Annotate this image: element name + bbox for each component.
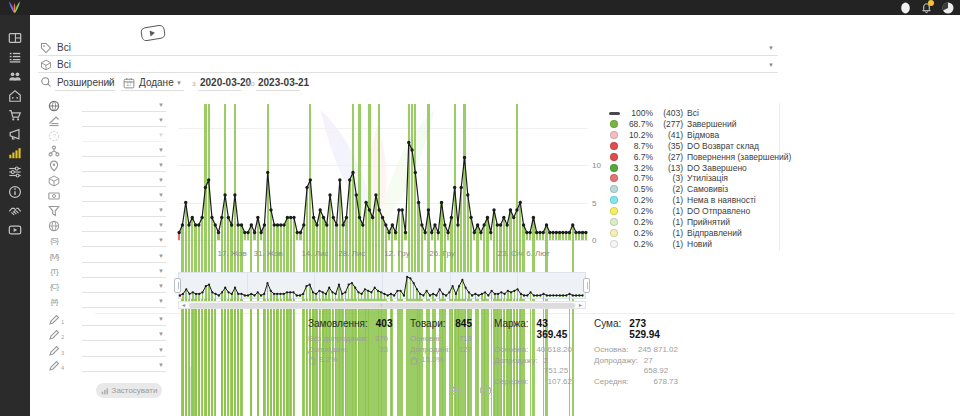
chevron-down-icon[interactable]: ▼ bbox=[176, 80, 182, 86]
brush-handle-left[interactable] bbox=[174, 278, 181, 293]
legend-item[interactable]: 100%(403)Всі bbox=[610, 108, 791, 119]
account-icon[interactable] bbox=[942, 2, 954, 14]
filter-select-9[interactable] bbox=[82, 220, 166, 232]
stat-footer: 8.2% bbox=[308, 355, 388, 366]
chevron-down-icon: ▼ bbox=[158, 237, 164, 243]
sidebar-item-store[interactable] bbox=[8, 89, 22, 103]
app-logo[interactable] bbox=[6, 0, 23, 15]
filter-select-11[interactable] bbox=[82, 251, 166, 263]
chart-scrollbar[interactable]: ◄ ≡ ► bbox=[178, 301, 586, 309]
legend-item[interactable]: 68.7%(277)Завершений bbox=[610, 119, 791, 130]
sidebar-item-megaphone[interactable] bbox=[8, 127, 22, 141]
pencil-index: 3 bbox=[61, 347, 63, 359]
legend-item[interactable]: 3.2%(13)DO Завершено bbox=[610, 162, 791, 173]
sidebar-item-cart[interactable] bbox=[8, 108, 22, 122]
bar-segment bbox=[273, 294, 275, 416]
stat-column: Товари:845Основні:718Допродані:12715.0% bbox=[410, 318, 472, 387]
video-filter-icon[interactable] bbox=[140, 24, 166, 42]
brush-handle-right[interactable] bbox=[583, 278, 590, 293]
chevron-down-icon: ▼ bbox=[158, 192, 164, 198]
filter-select-1[interactable] bbox=[82, 100, 166, 112]
sidebar-item-statistics[interactable] bbox=[8, 146, 22, 160]
stat-sublabel: Без допродажів: bbox=[308, 334, 368, 345]
legend-percent: 0.7% bbox=[623, 173, 653, 183]
legend-item[interactable]: 6.7%(27)Повернення (завершений) bbox=[610, 151, 791, 162]
filter-select-16[interactable] bbox=[82, 329, 166, 341]
legend-item[interactable]: 0.2%(1)DO Отправлено bbox=[610, 206, 791, 217]
stat-header: Сума:273 529.94 bbox=[594, 318, 678, 340]
pencil-icon: 1 bbox=[48, 314, 60, 326]
date-field-select[interactable]: Додане bbox=[139, 77, 174, 88]
filter-row-7: ▼ bbox=[48, 190, 166, 203]
legend-dot bbox=[610, 229, 618, 237]
filter-select-14[interactable] bbox=[82, 296, 166, 308]
search-icon[interactable] bbox=[40, 76, 52, 88]
scroll-left-arrow[interactable]: ◄ bbox=[179, 302, 188, 308]
filter-select-4[interactable] bbox=[82, 145, 166, 157]
bar-segment bbox=[250, 294, 252, 416]
filter-select-15[interactable] bbox=[82, 314, 166, 326]
legend-item[interactable]: 10.2%(41)Відмова bbox=[610, 130, 791, 141]
avatar-icon[interactable] bbox=[900, 2, 911, 14]
package-view-icon[interactable] bbox=[479, 384, 492, 397]
filter-select-2[interactable] bbox=[82, 115, 166, 127]
date-from-input[interactable]: 2020-03-20 bbox=[200, 77, 251, 88]
stat-subvalue: 127 bbox=[459, 345, 472, 356]
legend-item[interactable]: 0.5%(2)Самовивіз bbox=[610, 184, 791, 195]
bar-segment bbox=[189, 294, 191, 416]
sidebar-item-sliders[interactable] bbox=[8, 165, 22, 179]
status-filter-value[interactable]: Всі bbox=[57, 42, 71, 53]
legend-item[interactable]: 0.2%(1)Новий bbox=[610, 238, 791, 249]
filter-select-8[interactable] bbox=[82, 205, 166, 217]
apply-button[interactable]: Застосувати bbox=[96, 383, 162, 398]
list-view-icon[interactable] bbox=[450, 384, 463, 397]
x-tick-label: 28. Лис bbox=[338, 249, 365, 258]
product-filter-value[interactable]: Всі bbox=[57, 59, 71, 70]
legend-item[interactable]: 0.2%(1)Прийнятий bbox=[610, 216, 791, 227]
legend-count: (1) bbox=[657, 195, 683, 205]
bell-icon[interactable] bbox=[921, 2, 932, 14]
legend-item[interactable]: 8.7%(35)DO Возврат склад bbox=[610, 141, 791, 152]
chevron-down-icon[interactable]: ▼ bbox=[768, 45, 774, 51]
legend-item[interactable]: 0.2%(1)Відправлений bbox=[610, 227, 791, 238]
filter-select-13[interactable] bbox=[82, 281, 166, 293]
filter-select-6[interactable] bbox=[82, 175, 166, 187]
stat-header: Маржа:43 369.45 bbox=[494, 318, 572, 340]
stat-subrow: Допродажу:2 751.25 bbox=[494, 356, 572, 377]
chevron-down-icon[interactable]: ▼ bbox=[768, 62, 774, 68]
date-to-input[interactable]: 2023-03-21 bbox=[258, 77, 309, 88]
filter-row-8: ▼ bbox=[48, 205, 166, 218]
sidebar-item-orders-list[interactable] bbox=[8, 50, 22, 64]
legend-percent: 0.5% bbox=[623, 184, 653, 194]
chevron-down-icon: ▼ bbox=[158, 362, 164, 368]
filter-row-14: {#}▼ bbox=[48, 296, 166, 309]
stat-subrow: Основні:718 bbox=[410, 334, 472, 345]
legend-item[interactable]: 0.7%(3)Утилізація bbox=[610, 173, 791, 184]
filter-select-10[interactable] bbox=[82, 235, 166, 247]
legend-count: (1) bbox=[657, 206, 683, 216]
scrollbar-thumb[interactable]: ≡ bbox=[189, 303, 575, 308]
legend-percent: 3.2% bbox=[623, 163, 653, 173]
globe-solid-icon bbox=[48, 100, 60, 112]
legend-item[interactable]: 0.2%(1)Нема в наявності bbox=[610, 195, 791, 206]
filter-select-7[interactable] bbox=[82, 190, 166, 202]
sidebar-item-dashboard[interactable] bbox=[8, 31, 22, 45]
filter-select-18[interactable] bbox=[82, 360, 166, 372]
filter-select-12[interactable] bbox=[82, 266, 166, 278]
sidebar-item-info[interactable] bbox=[8, 185, 22, 199]
sidebar-item-handshake[interactable] bbox=[8, 204, 22, 218]
date-from-underline bbox=[198, 90, 242, 91]
sidebar-item-users[interactable] bbox=[8, 69, 22, 83]
scroll-right-arrow[interactable]: ► bbox=[576, 302, 585, 308]
sidebar-item-video[interactable] bbox=[8, 223, 22, 237]
filter-select-17[interactable] bbox=[82, 345, 166, 357]
filter-row-15: 1▼ bbox=[48, 314, 166, 327]
chevron-down-icon[interactable]: ▼ bbox=[106, 80, 112, 86]
bag-icon bbox=[410, 356, 418, 365]
filter-select-5[interactable] bbox=[82, 160, 166, 172]
legend-label: Відправлений bbox=[687, 228, 742, 238]
stat-subvalue: 33 bbox=[379, 345, 388, 356]
legend-count: (1) bbox=[657, 239, 683, 249]
navigator-chart[interactable] bbox=[178, 272, 586, 299]
stat-sublabel: Допродані: bbox=[410, 345, 451, 356]
